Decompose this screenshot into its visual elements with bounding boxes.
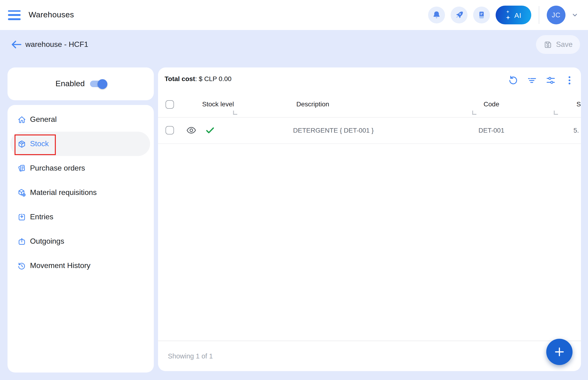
- stock-ok-check-icon: [204, 125, 216, 136]
- column-header-description[interactable]: Description: [296, 100, 329, 108]
- breadcrumb: warehouse - HCF1: [25, 40, 88, 49]
- purchase-orders-icon: [17, 164, 26, 173]
- annotation-highlight-box: [15, 134, 56, 155]
- chevron-down-icon[interactable]: [571, 11, 579, 19]
- enabled-toggle[interactable]: [90, 81, 106, 87]
- avatar[interactable]: JC: [547, 6, 566, 24]
- app-window: Warehouses: [0, 0, 588, 380]
- save-button-label: Save: [556, 40, 573, 49]
- column-header-stock-level[interactable]: Stock level: [202, 100, 234, 108]
- table-footer: Showing 1 of 1: [158, 341, 581, 371]
- eye-icon[interactable]: [186, 125, 197, 136]
- sidebar-item-label: Material requisitions: [30, 188, 97, 197]
- sidebar-item-entries[interactable]: Entries: [10, 205, 150, 229]
- save-icon: [544, 40, 552, 49]
- tune-icon[interactable]: [545, 75, 556, 86]
- filter-icon[interactable]: [527, 75, 537, 86]
- notes-icon: [477, 10, 486, 20]
- movement-history-icon: [17, 261, 26, 270]
- stock-table-card: Total cost: $ CLP 0.00: [158, 67, 581, 371]
- outgoings-icon: [17, 237, 26, 246]
- showing-count: Showing 1 of 1: [168, 352, 213, 360]
- rocket-icon: [454, 10, 464, 20]
- sidebar-item-label: Entries: [30, 213, 53, 221]
- launch-button[interactable]: [451, 7, 467, 23]
- refresh-icon[interactable]: [508, 75, 519, 86]
- enabled-card: Enabled: [7, 67, 154, 100]
- row-checkbox[interactable]: [165, 126, 174, 134]
- top-bar: Warehouses: [0, 0, 588, 30]
- plus-icon: [553, 346, 566, 358]
- cell-code: DET-001: [479, 127, 505, 134]
- back-arrow-icon[interactable]: [10, 38, 23, 51]
- table-toolbar: [508, 75, 575, 86]
- notes-button[interactable]: [473, 7, 490, 23]
- save-button[interactable]: Save: [536, 35, 580, 54]
- bell-icon: [432, 10, 441, 20]
- sidebar-item-outgoings[interactable]: Outgoings: [10, 229, 150, 253]
- table-header-row: Stock level Description Code S: [158, 96, 581, 118]
- entries-icon: [17, 212, 26, 221]
- add-button[interactable]: [546, 339, 572, 365]
- sidebar-item-label: General: [30, 115, 57, 124]
- sidebar-item-movement-history[interactable]: Movement History: [10, 253, 150, 278]
- material-requisitions-icon: [17, 188, 26, 197]
- table-row[interactable]: DETERGENTE { DET-001 } DET-001 5.: [158, 117, 581, 144]
- ai-label: AI: [514, 11, 521, 19]
- ai-sparkles-icon: [506, 10, 511, 20]
- column-resize-handle[interactable]: [233, 111, 237, 115]
- sidebar-item-label: Movement History: [30, 262, 90, 270]
- sidebar-item-label: Outgoings: [30, 237, 64, 246]
- kebab-menu-icon[interactable]: [564, 75, 575, 86]
- ai-assistant-button[interactable]: AI: [496, 6, 531, 24]
- page-title: Warehouses: [29, 10, 74, 20]
- total-cost: Total cost: $ CLP 0.00: [164, 75, 231, 82]
- topbar-divider: [539, 6, 539, 24]
- enabled-label: Enabled: [56, 79, 85, 89]
- notifications-button[interactable]: [428, 7, 445, 23]
- total-cost-label: Total cost: [164, 75, 195, 82]
- cell-description: DETERGENTE { DET-001 }: [293, 127, 374, 134]
- sidebar-item-material-requisitions[interactable]: Material requisitions: [10, 180, 150, 205]
- column-resize-handle[interactable]: [472, 111, 476, 115]
- select-all-checkbox[interactable]: [165, 100, 174, 109]
- total-cost-value: : $ CLP 0.00: [195, 75, 231, 82]
- sidebar-item-general[interactable]: General: [10, 107, 150, 132]
- home-icon: [17, 115, 26, 124]
- hamburger-menu-icon[interactable]: [8, 10, 21, 20]
- sidebar-item-label: Purchase orders: [30, 164, 85, 172]
- column-header-stock-truncated[interactable]: S: [576, 100, 581, 108]
- breadcrumb-row: warehouse - HCF1 Save: [0, 30, 588, 59]
- column-resize-handle[interactable]: [554, 111, 558, 115]
- cell-stock-truncated: 5.: [573, 127, 579, 134]
- column-header-code[interactable]: Code: [484, 100, 499, 108]
- sidebar-item-purchase-orders[interactable]: Purchase orders: [10, 156, 150, 180]
